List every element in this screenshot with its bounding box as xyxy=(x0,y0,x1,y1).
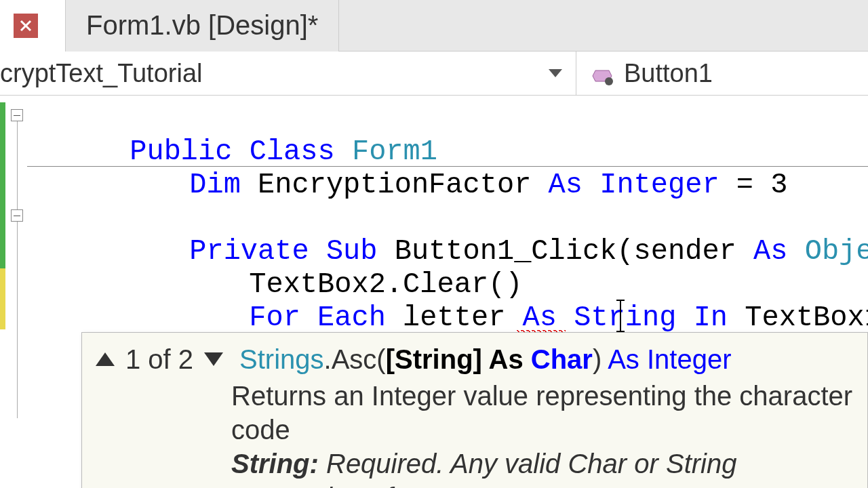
collapse-toggle[interactable] xyxy=(11,209,23,222)
overload-next-button[interactable] xyxy=(204,352,223,366)
class-dropdown[interactable]: cryptText_Tutorial xyxy=(0,52,576,95)
sig-method: .Asc( xyxy=(324,344,386,374)
identifier: EncryptionFactor xyxy=(258,169,531,201)
tab-bar: Form1.vb [Design]* xyxy=(0,0,868,52)
overload-prev-button[interactable] xyxy=(96,352,115,366)
outline-margin xyxy=(5,96,27,488)
chevron-down-icon xyxy=(549,69,562,77)
sig-param: [String] xyxy=(386,344,489,374)
parameter-info-tooltip: 1 of 2 Strings.Asc([String] As Char) As … xyxy=(81,332,868,488)
sig-keyword: As xyxy=(489,344,524,374)
method-icon xyxy=(590,64,614,83)
type-name: Object xyxy=(805,235,868,268)
sig-close: ) xyxy=(593,344,608,374)
close-icon xyxy=(19,19,33,33)
sig-return: Integer xyxy=(639,344,732,374)
active-tab[interactable] xyxy=(0,0,66,52)
keyword: As xyxy=(753,235,787,268)
close-tab-button[interactable] xyxy=(14,14,38,38)
outline-line xyxy=(17,121,18,209)
keyword: Integer xyxy=(599,169,719,201)
member-dropdown-label: Button1 xyxy=(624,59,713,88)
overload-counter: 1 of 2 xyxy=(125,342,193,376)
sig-keyword: As xyxy=(608,344,639,374)
text-cursor xyxy=(620,300,621,331)
member-dropdown[interactable]: Button1 xyxy=(576,52,868,95)
tooltip-description: Returns an Integer value representing th… xyxy=(231,379,854,447)
keyword: Dim xyxy=(189,169,241,201)
keyword: As xyxy=(549,169,583,201)
param-name: String: xyxy=(231,449,319,479)
change-indicator-unsaved xyxy=(0,268,5,329)
sig-type: Char xyxy=(524,344,593,374)
inactive-tab[interactable]: Form1.vb [Design]* xyxy=(66,0,339,52)
code-text: = 3 xyxy=(719,169,788,201)
change-margin xyxy=(0,96,5,488)
outline-line xyxy=(17,222,18,418)
navigation-bar: cryptText_Tutorial Button1 xyxy=(0,52,868,96)
region-separator xyxy=(27,166,868,167)
tab-label: Form1.vb [Design]* xyxy=(86,10,318,41)
collapse-toggle[interactable] xyxy=(11,109,23,121)
change-indicator-saved xyxy=(0,102,5,268)
sig-class: Strings xyxy=(239,344,324,374)
class-dropdown-label: cryptText_Tutorial xyxy=(0,59,549,88)
svg-point-3 xyxy=(605,77,613,85)
